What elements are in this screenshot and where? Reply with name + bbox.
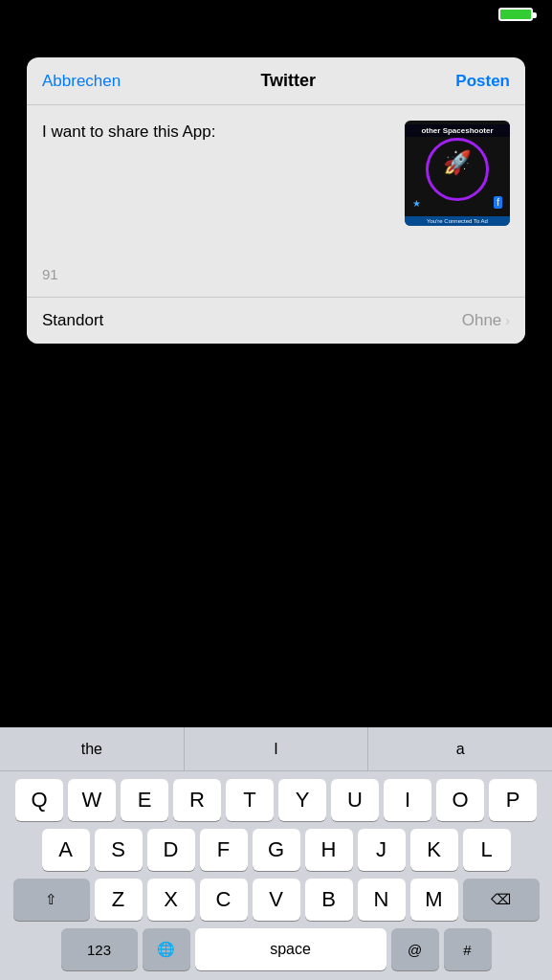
location-row[interactable]: Standort Ohne › <box>27 297 525 344</box>
key-d[interactable]: D <box>147 829 195 871</box>
key-j[interactable]: J <box>358 829 406 871</box>
location-value-text: Ohne <box>462 311 502 330</box>
tweet-text: I want to share this App: <box>42 121 393 144</box>
key-o[interactable]: O <box>436 779 484 821</box>
key-h[interactable]: H <box>305 829 353 871</box>
autocomplete-the[interactable]: the <box>0 727 185 770</box>
globe-key[interactable]: 🌐 <box>143 928 190 970</box>
globe-icon: 🌐 <box>157 941 175 958</box>
location-value: Ohne › <box>462 311 510 330</box>
key-v[interactable]: V <box>253 879 300 921</box>
keyboard: Q W E R T Y U I O P A S D F G H J K L ⇧ <box>0 771 552 980</box>
keyboard-row-1: Q W E R T Y U I O P <box>4 779 548 821</box>
key-z[interactable]: Z <box>95 879 143 921</box>
cancel-button[interactable]: Abbrechen <box>42 72 121 91</box>
key-q[interactable]: Q <box>15 779 63 821</box>
autocomplete-i[interactable]: I <box>185 727 369 770</box>
thumb-fb-icon: f <box>494 196 502 209</box>
key-p[interactable]: P <box>489 779 537 821</box>
keyboard-area: the I a Q W E R T Y U I O P A S D F G H … <box>0 727 552 980</box>
app-thumb-title: other Spaceshooter <box>405 124 510 137</box>
key-w[interactable]: W <box>68 779 116 821</box>
post-button[interactable]: Posten <box>455 72 510 91</box>
key-u[interactable]: U <box>331 779 379 821</box>
key-g[interactable]: G <box>253 829 300 871</box>
delete-icon: ⌫ <box>491 891 511 908</box>
key-e[interactable]: E <box>121 779 168 821</box>
keyboard-row-3: ⇧ Z X C V B N M ⌫ <box>4 879 548 921</box>
chevron-right-icon: › <box>505 313 510 328</box>
char-count: 91 <box>42 266 58 282</box>
key-m[interactable]: M <box>410 879 458 921</box>
key-i[interactable]: I <box>384 779 431 821</box>
autocomplete-bar: the I a <box>0 727 552 771</box>
autocomplete-a[interactable]: a <box>368 727 552 770</box>
thumb-bottom-bar: You're Connected To Ad <box>405 216 510 226</box>
keyboard-row-2: A S D F G H J K L <box>4 829 548 871</box>
status-bar <box>498 8 537 21</box>
location-label: Standort <box>42 311 103 330</box>
sheet-title: Twitter <box>260 71 316 91</box>
delete-key[interactable]: ⌫ <box>463 879 540 921</box>
thumb-stars-icon: ★ <box>412 198 421 209</box>
thumb-rocket-icon: 🚀 <box>443 149 472 176</box>
space-key[interactable]: space <box>195 928 386 970</box>
key-s[interactable]: S <box>95 829 143 871</box>
twitter-share-sheet: Abbrechen Twitter Posten I want to share… <box>27 57 525 344</box>
key-y[interactable]: Y <box>278 779 326 821</box>
shift-icon: ⇧ <box>45 891 57 908</box>
key-n[interactable]: N <box>358 879 406 921</box>
key-f[interactable]: F <box>200 829 248 871</box>
tweet-content-area[interactable]: I want to share this App: other Spacesho… <box>27 105 525 258</box>
hash-key[interactable]: # <box>444 928 492 970</box>
key-t[interactable]: T <box>226 779 274 821</box>
keyboard-row-4: 123 🌐 space @ # <box>4 928 548 970</box>
key-k[interactable]: K <box>410 829 458 871</box>
char-count-area: 91 <box>27 258 525 297</box>
key-x[interactable]: X <box>147 879 195 921</box>
key-l[interactable]: L <box>463 829 511 871</box>
key-c[interactable]: C <box>200 879 248 921</box>
at-key[interactable]: @ <box>391 928 439 970</box>
battery-icon <box>498 8 533 21</box>
key-r[interactable]: R <box>173 779 221 821</box>
shift-key[interactable]: ⇧ <box>13 879 90 921</box>
numbers-key[interactable]: 123 <box>61 928 138 970</box>
app-thumbnail: other Spaceshooter 🚀 ★ f You're Connecte… <box>405 121 510 226</box>
sheet-header: Abbrechen Twitter Posten <box>27 57 525 105</box>
key-b[interactable]: B <box>305 879 353 921</box>
key-a[interactable]: A <box>42 829 90 871</box>
